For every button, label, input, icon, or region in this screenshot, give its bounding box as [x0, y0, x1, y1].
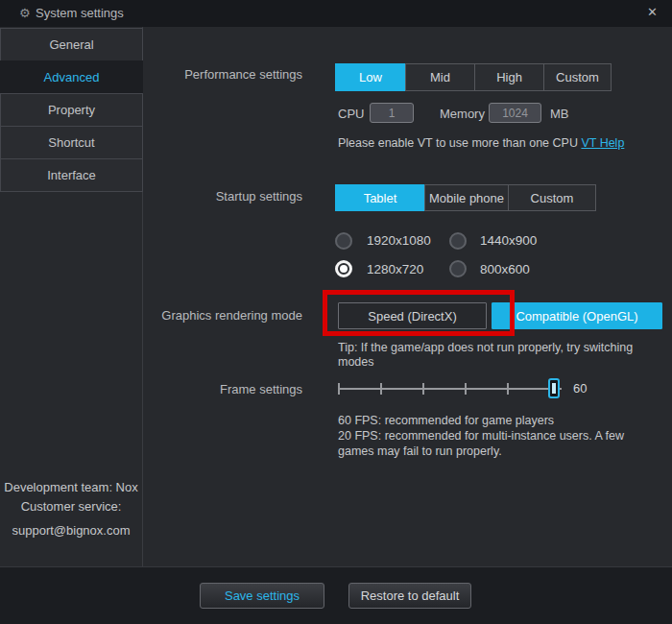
radio-800x600[interactable]: [449, 260, 467, 277]
gear-icon: ⚙: [19, 6, 31, 20]
fps-tick-4: [465, 383, 467, 395]
resolution-800x600-label: 800x600: [480, 262, 530, 276]
startup-type-group: Tablet Mobile phone Custom: [336, 184, 596, 211]
title-bar: ⚙ System settings ✕: [0, 0, 672, 27]
graphics-tip: Tip: If the game/app does not run proper…: [338, 341, 664, 370]
resolution-1920x1080-label: 1920x1080: [367, 233, 431, 248]
fps-slider-track[interactable]: [338, 388, 562, 390]
support-email-text: support@bignox.com: [0, 523, 142, 538]
fps-notes: 60 FPS: recommended for game players 20 …: [338, 413, 664, 459]
frame-settings-label: Frame settings: [144, 382, 302, 396]
radio-1920x1080[interactable]: [335, 232, 352, 250]
customer-service-text: Customer service:: [0, 499, 142, 514]
fps-tick-2: [380, 383, 382, 395]
startup-mobile-phone-button[interactable]: Mobile phone: [424, 184, 509, 211]
bottom-bar: Save settings Restore to default: [0, 566, 672, 624]
startup-custom-button[interactable]: Custom: [508, 184, 596, 211]
resolution-1440x900-label: 1440x900: [480, 233, 537, 248]
close-icon[interactable]: ✕: [647, 5, 658, 19]
sidebar-item-shortcut[interactable]: Shortcut: [0, 126, 143, 159]
cpu-label: CPU: [338, 107, 364, 121]
memory-unit-label: MB: [550, 107, 569, 121]
fps-tick-3: [422, 383, 424, 395]
radio-1440x900[interactable]: [449, 232, 467, 250]
radio-dot: [340, 265, 348, 273]
memory-label: Memory: [440, 107, 485, 121]
memory-input[interactable]: [489, 103, 541, 123]
sidebar-item-property[interactable]: Property: [0, 93, 143, 127]
graphics-tip-line2: modes: [338, 355, 664, 370]
vt-notice-text: Please enable VT to use more than one CP…: [338, 136, 578, 150]
performance-high-button[interactable]: High: [474, 63, 544, 91]
fps-tick-1: [338, 383, 340, 395]
graphics-tip-line1: Tip: If the game/app does not run proper…: [338, 341, 664, 355]
radio-1280x720[interactable]: [335, 260, 352, 277]
red-annotation-rectangle: [323, 290, 515, 336]
sidebar-item-advanced[interactable]: Advanced: [0, 60, 143, 94]
system-settings-window: ⚙ System settings ✕ General Advanced Pro…: [0, 0, 672, 624]
vt-help-link[interactable]: VT Help: [581, 136, 624, 150]
fps-slider-handle-stripe: [552, 383, 556, 394]
sidebar-item-general[interactable]: General: [0, 28, 143, 61]
fps-note-line3: games may fail to run properly.: [338, 444, 664, 459]
performance-custom-button[interactable]: Custom: [543, 63, 612, 91]
restore-default-button[interactable]: Restore to default: [348, 583, 471, 609]
startup-tablet-button[interactable]: Tablet: [335, 184, 425, 211]
sidebar-item-interface[interactable]: Interface: [0, 158, 143, 192]
fps-note-line2: 20 FPS: recommended for multi-instance u…: [338, 428, 664, 444]
save-settings-button[interactable]: Save settings: [200, 583, 324, 609]
compatible-opengl-button[interactable]: Compatible (OpenGL): [492, 302, 662, 329]
fps-value: 60: [573, 381, 587, 396]
performance-low-button[interactable]: Low: [335, 63, 406, 91]
cpu-input[interactable]: [370, 103, 414, 123]
resolution-1280x720-label: 1280x720: [367, 262, 423, 276]
performance-settings-label: Performance settings: [144, 67, 302, 82]
fps-slider-handle[interactable]: [548, 378, 560, 398]
dev-team-text: Development team: Nox: [0, 480, 142, 494]
graphics-rendering-mode-label: Graphics rendering mode: [144, 308, 302, 323]
vt-notice: Please enable VT to use more than one CP…: [338, 135, 624, 151]
fps-note-line1: 60 FPS: recommended for game players: [338, 413, 664, 428]
performance-mid-button[interactable]: Mid: [405, 63, 475, 91]
fps-tick-5: [507, 383, 509, 395]
window-title: System settings: [36, 6, 124, 20]
startup-settings-label: Startup settings: [144, 189, 302, 204]
performance-preset-group: Low Mid High Custom: [336, 63, 612, 91]
